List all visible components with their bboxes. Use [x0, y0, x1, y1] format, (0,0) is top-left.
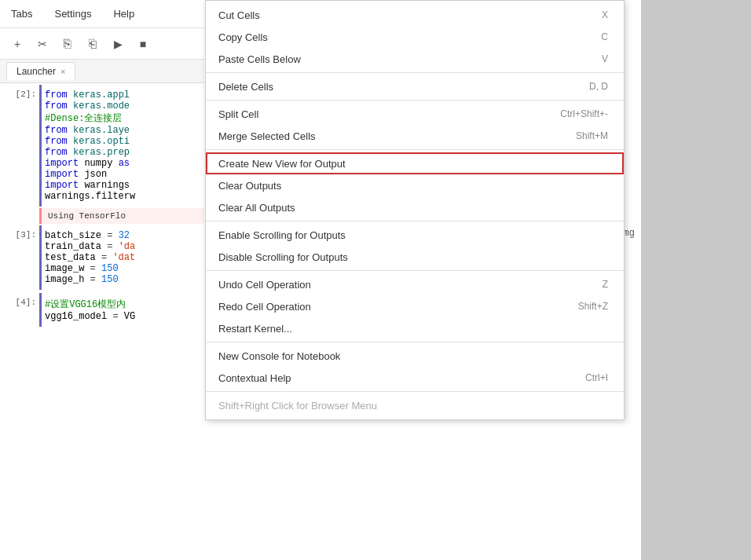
menu-item-paste-cells[interactable]: Paste Cells Below V — [206, 48, 624, 70]
menu-item-copy-cells-label: Copy Cells — [218, 31, 268, 43]
menu-item-delete-cells-label: Delete Cells — [218, 81, 273, 93]
menu-item-undo-cell-label: Undo Cell Operation — [218, 279, 311, 291]
menu-item-enable-scrolling-label: Enable Scrolling for Outputs — [218, 229, 346, 241]
separator-1 — [206, 72, 624, 73]
menu-item-contextual-help[interactable]: Contextual Help Ctrl+I — [206, 367, 624, 389]
menu-item-new-console[interactable]: New Console for Notebook — [206, 345, 624, 367]
menu-item-create-view[interactable]: Create New View for Output — [206, 152, 624, 174]
menu-item-new-console-label: New Console for Notebook — [218, 350, 340, 362]
menu-item-undo-cell-shortcut: Z — [603, 279, 608, 290]
menu-item-split-cell-shortcut: Ctrl+Shift+- — [560, 108, 608, 119]
menu-item-create-view-label: Create New View for Output — [218, 158, 346, 170]
menu-item-browser-menu: Shift+Right Click for Browser Menu — [206, 394, 624, 416]
separator-2 — [206, 100, 624, 101]
separator-3 — [206, 149, 624, 150]
menu-item-undo-cell[interactable]: Undo Cell Operation Z — [206, 273, 624, 295]
menu-item-cut-cells[interactable]: Cut Cells X — [206, 4, 624, 26]
context-menu-overlay: Cut Cells X Copy Cells C Paste Cells Bel… — [0, 0, 751, 560]
menu-item-disable-scrolling-label: Disable Scrolling for Outputs — [218, 251, 348, 263]
menu-item-clear-all-outputs-label: Clear All Outputs — [218, 202, 295, 214]
menu-item-contextual-help-label: Contextual Help — [218, 372, 291, 384]
menu-item-paste-cells-shortcut: V — [602, 53, 608, 64]
separator-6 — [206, 342, 624, 342]
menu-item-redo-cell[interactable]: Redo Cell Operation Shift+Z — [206, 295, 624, 317]
menu-item-merge-cells-shortcut: Shift+M — [576, 130, 608, 141]
menu-item-redo-cell-label: Redo Cell Operation — [218, 301, 311, 313]
separator-4 — [206, 221, 624, 221]
menu-item-merge-cells-label: Merge Selected Cells — [218, 130, 316, 142]
menu-item-enable-scrolling[interactable]: Enable Scrolling for Outputs — [206, 224, 624, 246]
menu-item-merge-cells[interactable]: Merge Selected Cells Shift+M — [206, 125, 624, 147]
menu-item-clear-outputs[interactable]: Clear Outputs — [206, 174, 624, 196]
menu-item-paste-cells-label: Paste Cells Below — [218, 53, 301, 65]
menu-item-redo-cell-shortcut: Shift+Z — [578, 301, 608, 312]
menu-item-contextual-help-shortcut: Ctrl+I — [585, 372, 608, 383]
menu-item-restart-kernel[interactable]: Restart Kernel... — [206, 317, 624, 339]
menu-item-delete-cells[interactable]: Delete Cells D, D — [206, 75, 624, 97]
menu-item-cut-cells-shortcut: X — [602, 9, 608, 20]
menu-item-disable-scrolling[interactable]: Disable Scrolling for Outputs — [206, 246, 624, 268]
menu-item-clear-all-outputs[interactable]: Clear All Outputs — [206, 196, 624, 218]
menu-item-delete-cells-shortcut: D, D — [589, 81, 608, 92]
separator-7 — [206, 391, 624, 392]
menu-item-browser-menu-label: Shift+Right Click for Browser Menu — [218, 400, 377, 412]
menu-item-copy-cells-shortcut: C — [601, 31, 608, 42]
menu-item-clear-outputs-label: Clear Outputs — [218, 180, 281, 192]
menu-item-cut-cells-label: Cut Cells — [218, 9, 260, 21]
separator-5 — [206, 270, 624, 271]
menu-item-split-cell-label: Split Cell — [218, 108, 258, 120]
menu-item-copy-cells[interactable]: Copy Cells C — [206, 26, 624, 48]
menu-item-restart-kernel-label: Restart Kernel... — [218, 323, 292, 335]
context-menu: Cut Cells X Copy Cells C Paste Cells Bel… — [205, 0, 625, 420]
menu-item-split-cell[interactable]: Split Cell Ctrl+Shift+- — [206, 103, 624, 125]
